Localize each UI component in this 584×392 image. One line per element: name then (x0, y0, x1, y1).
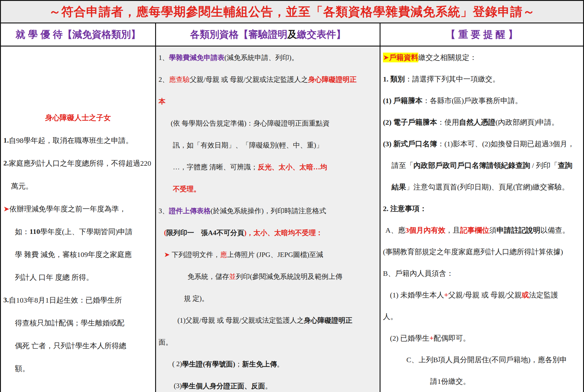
text-run: (1) 戶籍謄本 (383, 96, 422, 106)
text-run: 記事欄位 (460, 225, 489, 235)
text-line: ( 2)學生證(有學號面)；新生免上傳。 (158, 353, 380, 375)
text-run: 2. 注意事項： (383, 204, 427, 213)
text-line: 如：110學年度(上、下學期皆同)申請 (3, 220, 155, 243)
text-run: 免系統，儲存 (187, 272, 229, 281)
text-line: (事關教育部規定之年度家庭應列計人口總所得計算依據) (383, 241, 583, 262)
text-run: 學年度(上、下學期皆同)申請 (40, 227, 133, 237)
text-line: (2) 已婚學生+配偶即可。 (383, 327, 583, 349)
text-run: 身心障礙證明正 (308, 75, 357, 84)
text-run: 2. (3, 159, 9, 167)
text-run: 3個月內有效 (405, 225, 445, 235)
text-run: ➤ (164, 251, 172, 259)
text-line: C、上列B項人員分開居住(不同戶籍地)，應各別申 (383, 349, 583, 370)
text-run: 列印(參閱減免系統說明及範例上傳 (236, 272, 342, 281)
table-body: 身心障礙人士之子女1.自98學年起，取消在職專班生之申請。2.家庭應列計人口之年… (0, 47, 584, 392)
text-run: )， (244, 228, 253, 238)
text-run: 請1份繳交。 (430, 376, 470, 386)
text-run: 結果 (391, 182, 406, 192)
text-run: 」注意勾選頁首(列印日期)、頁尾(官網)繳交審驗。 (406, 182, 569, 192)
text-run: 萬元。 (11, 181, 33, 191)
text-run: 110 (30, 227, 40, 236)
text-run: (減免系統申請、列印)。 (224, 53, 298, 62)
text-run: 偶死 亡者，只列計學生本人所得總 (15, 341, 126, 351)
text-run: 列計人 口年 度總 所得。 (15, 272, 93, 282)
text-run: C、上列B項人員分開居住(不同戶籍地)，應各別申 (406, 355, 567, 365)
text-run: (1)父親/母親 或 母親/父親或法定監護人之 (177, 316, 304, 325)
text-run: 身心障礙證明正 (304, 316, 353, 325)
text-run: 請至「 (391, 161, 413, 170)
text-run: (2) 已婚學生 (390, 333, 429, 343)
text-line: 偶死 亡者，只列計學生本人所得總 (3, 334, 155, 357)
text-run: 學 雜費 減免，審核109年度之家庭應 (15, 250, 132, 259)
text-run: ➤戶籍資料 (383, 53, 418, 62)
text-run: (2) 電子戶籍謄本 (383, 117, 437, 127)
text-run: 就 學 優 待【減免資格類別】 (16, 28, 141, 41)
text-run: 自103年8月1日起生效：已婚學生所 (9, 295, 122, 305)
text-run: 學生證(有學號面) (182, 359, 235, 369)
text-line: 2、應查驗父親/母親 或 母親/父親或法定監護人之身心障礙證明正 (158, 68, 380, 90)
text-run: ：請選擇下列其中一項繳交。 (405, 74, 500, 84)
text-run: 各類別資格【審驗證明 (190, 28, 287, 41)
text-run: ( (164, 229, 166, 237)
text-run: 或 (522, 290, 529, 300)
text-run: (3) (174, 382, 182, 390)
text-line: 面。 (158, 331, 380, 353)
notice-banner: ～符合申請者，應每學期參閱生輔組公告，並至「各類資格學雜費減免系統」登錄申請～ (0, 0, 584, 23)
text-run: 應 (220, 250, 227, 259)
text-run: 內政部戶政司戶口名簿請領紀錄查詢 (413, 161, 530, 170)
text-run: ：使用 (437, 117, 459, 127)
text-line: 3、證件上傳表格(於減免系統操作)，列印時請注意格式 (158, 200, 380, 222)
text-run: ，且 (445, 225, 460, 235)
text-line: 2. 注意事項： (383, 198, 583, 219)
header-cell-required-documents: 各類別資格【審驗證明及繳交表件】 (156, 23, 381, 46)
text-run: 新生免上傳 (242, 359, 277, 369)
text-run: 1. 類別 (383, 74, 405, 84)
text-run: 3. (3, 296, 9, 304)
header-cell-eligibility-category: 就 學 優 待【減免資格類別】 (1, 23, 156, 46)
text-line: (2) 電子戶籍謄本：使用自然人憑證(內政部網頁)申請。 (383, 111, 583, 133)
text-run: 自98學年起，取消在職專班生之申請。 (9, 136, 133, 145)
text-run: 須 (489, 225, 496, 235)
text-line: B、戶籍內人員須含： (383, 262, 583, 284)
text-run: 訊，如「有效日期」、「障礙級別(輕、中、重)」 (173, 140, 323, 150)
text-run: A、應 (385, 225, 405, 235)
header-cell-important-reminders: 【 重 要 提 醒 】 (381, 23, 583, 46)
text-run: 配偶即可。 (434, 333, 470, 343)
text-run: 1、 (158, 53, 169, 62)
text-line: (依 每學期公告規定準備)：身心障礙證明正面重點資 (158, 112, 380, 134)
text-line: 結果」注意勾選頁首(列印日期)、頁尾(官網)繳交審驗。 (383, 176, 583, 198)
text-run: 以備查。 (540, 225, 569, 235)
text-line: 3.自103年8月1日起生效：已婚學生所 (3, 289, 155, 311)
text-line: ➤依辦理減免學年度之前一年度為準， (3, 197, 155, 220)
text-line: 學 雜費 減免，審核109年度之家庭應 (3, 243, 155, 266)
text-line: 免系統，儲存並列印(參閱減免系統說明及範例上傳 (158, 265, 380, 287)
text-run: 3、 (158, 206, 169, 216)
text-run: 人。 (383, 312, 398, 321)
text-line: (3) 新式戶口名簿：(1)影本可、(2)如換發日期已超過3個月， (383, 133, 583, 154)
text-run: (依 每學期公告規定準備)：身心障礙證明正面重點資 (171, 119, 329, 128)
text-line: 萬元。 (3, 175, 155, 197)
text-run: 1. (3, 136, 9, 144)
text-line: 1.自98學年起，取消在職專班生之申請。 (3, 129, 155, 152)
text-run: (事關教育部規定之年度家庭應列計人口總所得計算依據) (383, 247, 563, 257)
text-line: 1、學雜費減免申請表(減免系統申請、列印)。 (158, 47, 380, 68)
text-run: 證件上傳表格 (169, 206, 210, 216)
text-run: 及 (287, 28, 297, 41)
text-line: …，字體應 清晰、可辨識；反光、太小、太暗…均 (158, 156, 380, 178)
text-run: ； (235, 359, 242, 369)
text-line: 1. 類別：請選擇下列其中一項繳交。 (383, 68, 583, 90)
text-line: 訊，如「有效日期」、「障礙級別(輕、中、重)」 (158, 134, 380, 156)
text-run: 法定監護 (529, 290, 558, 300)
column-important-reminders: ➤戶籍資料繳交之相關規定：1. 類別：請選擇下列其中一項繳交。(1) 戶籍謄本：… (381, 47, 583, 392)
text-line: A、應3個月內有效，且記事欄位須申請註記說明以備查。 (383, 219, 583, 241)
text-line: 人。 (383, 306, 583, 327)
text-run: 2、 (158, 75, 169, 84)
text-line: (1) 未婚學生本人+父親/母親 或 母親/父親或法定監護 (383, 284, 583, 306)
text-line: 身心障礙人士之子女 (3, 106, 155, 129)
column-required-documents: 1、學雜費減免申請表(減免系統申請、列印)。2、應查驗父親/母親 或 母親/父親… (156, 47, 381, 392)
text-line: 額。 (3, 357, 155, 380)
text-line: 得查核只加計配偶；學生離婚或配 (3, 311, 155, 334)
text-run: 父親/母親 或 母親/父親或法定監護人之 (190, 75, 308, 84)
text-run: 本 (158, 97, 165, 106)
text-run: (於減免系統操作)，列印時請注意格式 (210, 206, 326, 216)
